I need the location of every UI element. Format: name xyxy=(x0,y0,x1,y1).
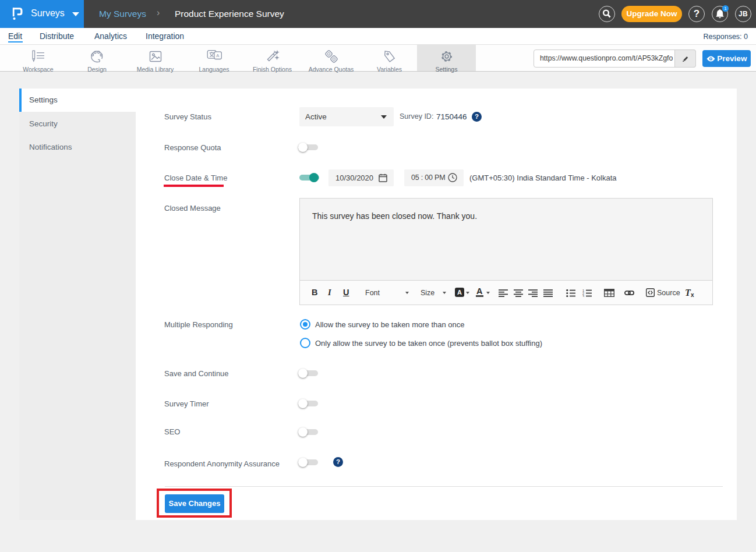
svg-text:A: A xyxy=(216,53,219,58)
svg-text:3: 3 xyxy=(582,295,584,298)
